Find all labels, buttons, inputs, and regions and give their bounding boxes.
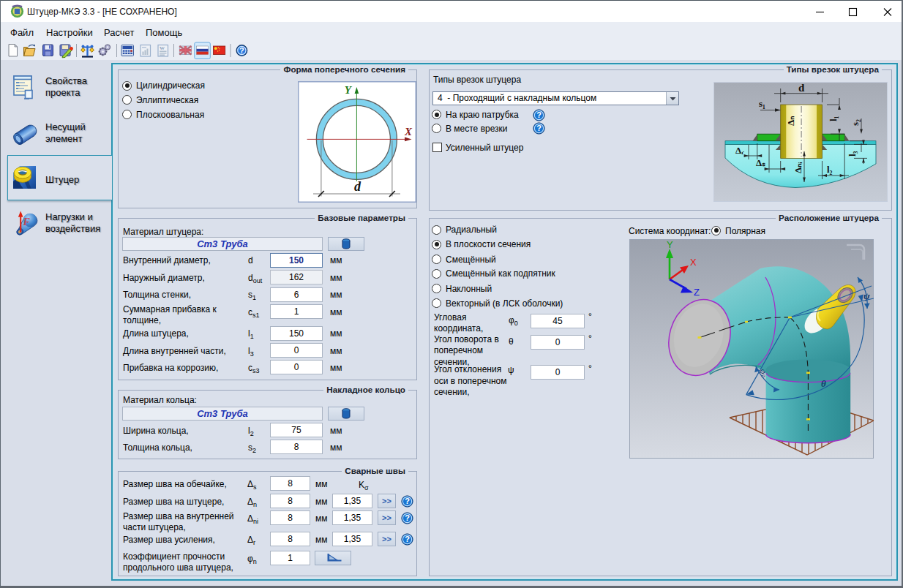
svg-text:?: ? xyxy=(405,535,410,543)
svg-text:Z: Z xyxy=(694,287,700,298)
svg-text:Δₛ: Δₛ xyxy=(756,157,765,168)
svg-text:s₁: s₁ xyxy=(759,98,765,109)
svg-text:d: d xyxy=(354,179,361,194)
svg-text:θ: θ xyxy=(821,378,826,389)
svg-text:l₁: l₁ xyxy=(828,116,839,121)
svg-text:?: ? xyxy=(405,513,410,522)
svg-text:X: X xyxy=(690,257,697,268)
svg-text:F: F xyxy=(23,216,31,227)
svg-text:Y: Y xyxy=(667,239,673,250)
svg-text:Δᵣ: Δᵣ xyxy=(735,145,744,156)
svg-text:Δₙᵢ: Δₙᵢ xyxy=(793,161,803,173)
svg-text:X: X xyxy=(404,126,413,137)
svg-text:?: ? xyxy=(405,497,410,505)
svg-text:Δₙ: Δₙ xyxy=(785,116,796,125)
svg-text:l₃: l₃ xyxy=(847,151,858,157)
svg-text:?: ? xyxy=(239,46,244,55)
svg-text:s₂: s₂ xyxy=(850,118,861,125)
svg-text:?: ? xyxy=(536,124,542,132)
svg-text:l₂: l₂ xyxy=(827,164,833,175)
svg-text:ψ: ψ xyxy=(863,290,870,301)
svg-text:?: ? xyxy=(536,110,542,119)
svg-text:W: W xyxy=(160,45,165,51)
svg-text:d: d xyxy=(798,82,805,94)
